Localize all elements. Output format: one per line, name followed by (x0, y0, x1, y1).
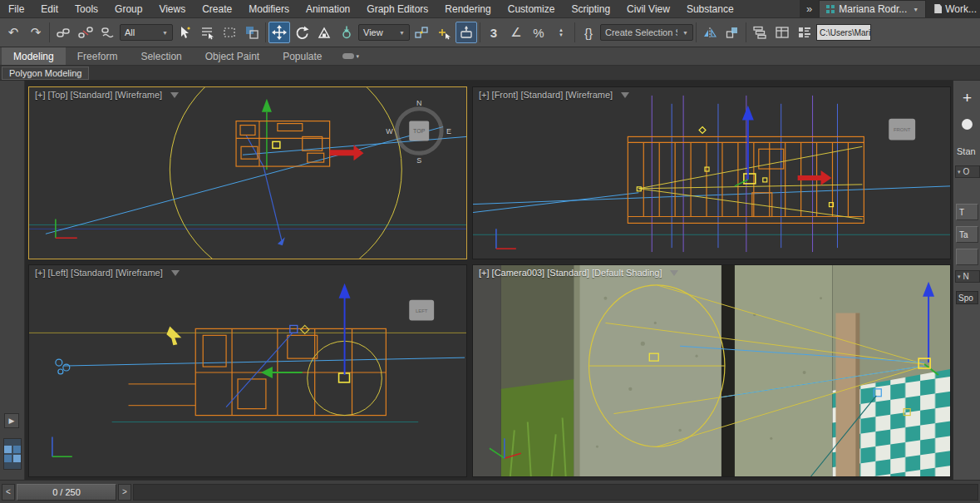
align-icon[interactable] (721, 22, 743, 43)
edit-named-selection-sets-icon[interactable]: {} (578, 22, 599, 43)
menu-item-group[interactable]: Group (106, 0, 150, 17)
time-slider-track[interactable] (133, 484, 978, 501)
select-and-link-icon[interactable] (52, 22, 74, 43)
project-folder-field[interactable]: C:\Users\Mari... (816, 24, 871, 41)
grid-view-icon[interactable] (794, 22, 815, 43)
viewcube-front-face[interactable]: FRONT (894, 127, 911, 132)
compass-south[interactable]: S (416, 156, 421, 165)
time-slider-thumb[interactable]: 0 / 250 (17, 484, 116, 501)
mirror-icon[interactable] (699, 22, 721, 43)
viewport-top[interactable]: TOP N E S W [+] [Top] [Standard] [Wirefr… (28, 86, 467, 259)
bind-to-space-warp-icon[interactable] (97, 22, 119, 43)
menu-item-tools[interactable]: Tools (66, 0, 106, 17)
application-window: File Edit Tools Group Views Create Modif… (0, 0, 980, 503)
snaps-toggle-3d[interactable]: 3 (483, 22, 505, 43)
menu-item-scripting[interactable]: Scripting (563, 0, 618, 17)
viewport-left[interactable]: LEFT [+] [Left] [Standard] [Wireframe] (28, 264, 467, 477)
geometry-category-icon[interactable] (962, 119, 973, 130)
select-and-rotate-icon[interactable] (291, 22, 313, 43)
select-by-name-icon[interactable] (196, 22, 218, 43)
menu-item-file[interactable]: File (0, 0, 32, 17)
viewcube-front[interactable]: FRONT (889, 119, 915, 141)
time-slider-bar: < 0 / 250 > (0, 480, 980, 503)
use-pivot-point-center-icon[interactable] (411, 22, 432, 43)
menu-item-civil-view[interactable]: Civil View (618, 0, 678, 17)
viewport-camera[interactable]: [+] [Camera003] [Standard] [Default Shad… (472, 264, 951, 477)
select-and-place-icon[interactable] (336, 22, 357, 43)
polygon-modeling-panel[interactable]: Polygon Modeling (2, 67, 89, 80)
menu-overflow-chevron[interactable]: » (800, 0, 819, 17)
menu-item-modifiers[interactable]: Modifiers (240, 0, 298, 17)
viewport-label[interactable]: [+] [Left] [Standard] [Wireframe] (35, 268, 180, 278)
reference-coordinate-dropdown[interactable]: View ▼ (358, 24, 410, 41)
rollout-name-and-color[interactable]: ▾ N (955, 270, 980, 283)
workspaces-menu[interactable]: Work... (926, 0, 980, 17)
tab-modeling[interactable]: Modeling (2, 47, 66, 65)
object-type-button-3[interactable] (956, 249, 978, 265)
toolbar-separator (480, 22, 480, 42)
keyboard-shortcut-override-toggle[interactable] (456, 22, 477, 43)
viewcube-left-face[interactable]: LEFT (416, 308, 428, 313)
select-object-icon[interactable] (174, 22, 195, 43)
ribbon-options-icon[interactable]: ▾ (334, 47, 368, 65)
redo-button[interactable]: ↷ (25, 22, 47, 43)
category-dropdown[interactable]: Stan (957, 146, 976, 156)
compass-north[interactable]: N (416, 99, 421, 107)
unlink-selection-icon[interactable] (75, 22, 96, 43)
viewcube-top-face[interactable]: TOP (413, 128, 426, 134)
previous-frame-button[interactable]: < (2, 484, 15, 501)
object-name-field[interactable]: Spo (956, 291, 978, 304)
menu-item-edit[interactable]: Edit (32, 0, 66, 17)
main-area: ▶ (0, 81, 980, 480)
viewcube-left[interactable]: LEFT (409, 300, 434, 321)
tab-selection[interactable]: Selection (129, 47, 193, 65)
menu-item-rendering[interactable]: Rendering (436, 0, 499, 17)
menu-item-views[interactable]: Views (150, 0, 194, 17)
rectangular-selection-region-icon[interactable] (219, 22, 240, 43)
viewport-filter-icon[interactable] (170, 92, 179, 98)
toolbar-separator (574, 22, 575, 42)
viewport-label[interactable]: [+] [Camera003] [Standard] [Default Shad… (479, 268, 678, 278)
window-crossing-icon[interactable] (241, 22, 263, 43)
menu-item-customize[interactable]: Customize (500, 0, 564, 17)
selection-filter-dropdown[interactable]: All ▼ (120, 24, 173, 41)
next-frame-button[interactable]: > (118, 484, 131, 501)
select-and-scale-icon[interactable] (313, 22, 335, 43)
select-and-move-icon[interactable] (268, 22, 290, 43)
compass-east[interactable]: E (446, 127, 451, 136)
viewport-filter-icon[interactable] (670, 270, 678, 276)
viewport-front-label[interactable]: [+] [Front] [Standard] [Wireframe] (479, 90, 613, 100)
viewport-filter-icon[interactable] (621, 92, 629, 98)
spinner-snap-toggle[interactable]: ▲▼ (550, 22, 572, 43)
layout-expand-button[interactable]: ▶ (4, 413, 19, 428)
percent-snap-toggle[interactable]: % (528, 22, 549, 43)
rollout-object-type[interactable]: ▾ O (955, 165, 980, 178)
object-type-button-2[interactable]: Ta (956, 226, 978, 243)
menu-item-substance[interactable]: Substance (678, 0, 742, 17)
viewport-label[interactable]: [+] [Front] [Standard] [Wireframe] (479, 90, 629, 100)
viewport-filter-icon[interactable] (171, 270, 180, 276)
named-selection-set-dropdown[interactable]: Create Selection Se ▼ (600, 24, 693, 41)
angle-snap-toggle[interactable]: ∠ (505, 22, 527, 43)
menu-item-graph-editors[interactable]: Graph Editors (358, 0, 436, 17)
object-type-button-1[interactable]: T (956, 204, 978, 220)
menu-item-animation[interactable]: Animation (298, 0, 358, 17)
tab-freeform[interactable]: Freeform (66, 47, 130, 65)
viewport-camera-label[interactable]: [+] [Camera003] [Standard] [Default Shad… (479, 268, 662, 278)
viewport-front[interactable]: FRONT [+] [Front] [Standard] [Wireframe] (472, 86, 951, 259)
chevron-down-icon: ▼ (677, 30, 688, 36)
viewport-label[interactable]: [+] [Top] [Standard] [Wireframe] (35, 90, 179, 100)
tab-populate[interactable]: Populate (271, 47, 333, 65)
viewport-top-label[interactable]: [+] [Top] [Standard] [Wireframe] (35, 90, 162, 100)
workspace-selector[interactable]: Mariana Rodr... ▼ (819, 0, 926, 17)
compass-west[interactable]: W (386, 127, 393, 136)
select-and-manipulate-icon[interactable] (433, 22, 455, 43)
tab-object-paint[interactable]: Object Paint (194, 47, 271, 65)
viewport-left-label[interactable]: [+] [Left] [Standard] [Wireframe] (35, 268, 163, 278)
menu-item-create[interactable]: Create (194, 0, 240, 17)
viewport-layout-tabs-icon[interactable] (3, 438, 22, 470)
undo-button[interactable]: ↶ (2, 22, 24, 43)
create-tab-icon[interactable]: + (953, 89, 980, 107)
toggle-layer-explorer-icon[interactable] (749, 22, 771, 43)
toggle-scene-explorer-icon[interactable] (771, 22, 793, 43)
